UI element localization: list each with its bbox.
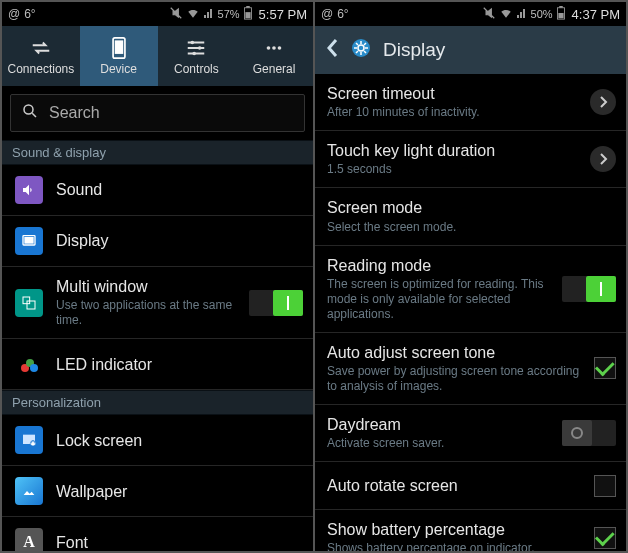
wifi-icon — [499, 6, 513, 23]
display-list[interactable]: Screen timeout After 10 minutes of inact… — [315, 74, 626, 551]
item-title: Touch key light duration — [327, 141, 582, 160]
settings-screen-left: @ 6° 57% 5:57 PM Connections — [2, 2, 313, 551]
chevron-right-icon — [590, 146, 616, 172]
item-title: Sound — [56, 180, 303, 199]
item-sub: Use two applications at the same time. — [56, 298, 241, 328]
led-icon — [15, 350, 43, 378]
item-title: Reading mode — [327, 256, 554, 275]
connections-icon — [30, 37, 52, 59]
item-sub: 1.5 seconds — [327, 162, 582, 177]
item-multi-window[interactable]: Multi window Use two applications at the… — [2, 267, 313, 339]
item-sound[interactable]: Sound — [2, 165, 313, 216]
svg-point-8 — [267, 46, 271, 50]
item-auto-rotate[interactable]: Auto rotate screen — [315, 462, 626, 510]
auto-rotate-checkbox[interactable] — [594, 475, 616, 497]
auto-adjust-checkbox[interactable] — [594, 357, 616, 379]
clock-time: 5:57 PM — [259, 7, 307, 22]
sound-icon — [15, 176, 43, 204]
display-icon — [15, 227, 43, 255]
item-reading-mode[interactable]: Reading mode The screen is optimized for… — [315, 246, 626, 333]
page-title: Display — [383, 39, 445, 61]
item-sub: After 10 minutes of inactivity. — [327, 105, 582, 120]
svg-rect-4 — [114, 40, 122, 54]
signal-icon — [203, 7, 215, 22]
item-title: Screen mode — [327, 198, 616, 217]
item-sub: Activate screen saver. — [327, 436, 554, 451]
at-icon: @ — [321, 7, 333, 21]
search-input[interactable]: Search — [10, 94, 305, 132]
show-battery-checkbox[interactable] — [594, 527, 616, 549]
item-show-battery[interactable]: Show battery percentage Shows battery pe… — [315, 510, 626, 551]
status-bar: @ 6° 50% 4:37 PM — [315, 2, 626, 26]
item-lock-screen[interactable]: Lock screen — [2, 415, 313, 466]
svg-point-18 — [30, 364, 38, 372]
battery-percent: 50% — [531, 8, 553, 20]
wallpaper-icon — [15, 477, 43, 505]
svg-rect-23 — [558, 13, 563, 18]
tab-general[interactable]: General — [235, 26, 313, 86]
gear-icon — [349, 36, 373, 65]
at-icon: @ — [8, 7, 20, 21]
svg-rect-1 — [246, 6, 250, 8]
item-daydream[interactable]: Daydream Activate screen saver. — [315, 405, 626, 462]
tab-label: General — [253, 62, 296, 76]
temperature: 6° — [24, 7, 35, 21]
svg-point-7 — [193, 51, 197, 55]
svg-point-20 — [30, 441, 35, 446]
item-title: Auto rotate screen — [327, 476, 586, 495]
display-screen-right: @ 6° 50% 4:37 PM Display — [315, 2, 626, 551]
tab-label: Connections — [8, 62, 75, 76]
mute-icon — [482, 6, 496, 23]
svg-rect-22 — [559, 6, 563, 8]
item-title: Daydream — [327, 415, 554, 434]
lock-screen-icon — [15, 426, 43, 454]
item-wallpaper[interactable]: Wallpaper — [2, 466, 313, 517]
status-bar: @ 6° 57% 5:57 PM — [2, 2, 313, 26]
item-sub: The screen is optimized for reading. Thi… — [327, 277, 554, 322]
svg-rect-15 — [27, 301, 35, 309]
svg-point-6 — [198, 46, 202, 50]
svg-rect-14 — [23, 297, 30, 304]
battery-icon — [556, 6, 566, 23]
tab-device[interactable]: Device — [80, 26, 158, 86]
item-screen-mode[interactable]: Screen mode Select the screen mode. — [315, 188, 626, 245]
section-header-sound-display: Sound & display — [2, 140, 313, 165]
item-display[interactable]: Display — [2, 216, 313, 267]
item-title: Multi window — [56, 277, 241, 296]
svg-rect-13 — [24, 237, 33, 244]
mute-icon — [169, 6, 183, 23]
multi-window-toggle[interactable] — [249, 290, 303, 316]
item-font[interactable]: A Font — [2, 517, 313, 551]
item-screen-timeout[interactable]: Screen timeout After 10 minutes of inact… — [315, 74, 626, 131]
svg-point-10 — [278, 46, 282, 50]
device-icon — [108, 37, 130, 59]
item-title: Show battery percentage — [327, 520, 586, 539]
tab-label: Device — [100, 62, 137, 76]
item-title: Screen timeout — [327, 84, 582, 103]
back-icon[interactable] — [325, 38, 339, 63]
clock-time: 4:37 PM — [572, 7, 620, 22]
font-icon: A — [15, 528, 43, 551]
reading-mode-toggle[interactable] — [562, 276, 616, 302]
item-sub: Save power by adjusting screen tone acco… — [327, 364, 586, 394]
item-title: Display — [56, 231, 303, 250]
tab-connections[interactable]: Connections — [2, 26, 80, 86]
title-bar: Display — [315, 26, 626, 74]
search-row: Search — [2, 86, 313, 140]
temperature: 6° — [337, 7, 348, 21]
item-sub: Select the screen mode. — [327, 220, 616, 235]
chevron-right-icon — [590, 89, 616, 115]
search-icon — [21, 102, 39, 124]
svg-point-5 — [191, 40, 195, 44]
settings-tabs: Connections Device Controls General — [2, 26, 313, 86]
tab-controls[interactable]: Controls — [158, 26, 236, 86]
daydream-toggle[interactable] — [562, 420, 616, 446]
tab-label: Controls — [174, 62, 219, 76]
item-sub: Shows battery percentage on indicator. — [327, 541, 586, 551]
wifi-icon — [186, 6, 200, 23]
item-led[interactable]: LED indicator — [2, 339, 313, 390]
more-icon — [263, 37, 285, 59]
item-touch-key[interactable]: Touch key light duration 1.5 seconds — [315, 131, 626, 188]
item-auto-adjust[interactable]: Auto adjust screen tone Save power by ad… — [315, 333, 626, 405]
settings-list[interactable]: Sound & display Sound Display Multi wind… — [2, 140, 313, 551]
